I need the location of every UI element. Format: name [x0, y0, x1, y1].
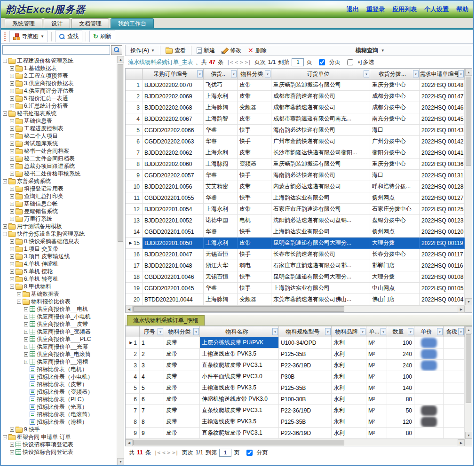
expand-icon[interactable]: + — [10, 66, 14, 71]
tree-item[interactable]: -框架合同 申请单 订单 — [2, 433, 117, 441]
scrollbar-track[interactable] — [465, 333, 472, 432]
tree-item[interactable]: +快设招标事项登记表 — [2, 441, 117, 448]
table-row[interactable]: 44皮带小件平面线皮带 PVC3.0P30B永利M²100 — [126, 371, 465, 382]
column-filter-dropdown-icon[interactable]: ▼ — [458, 71, 464, 78]
scrollbar-thumb[interactable] — [466, 334, 471, 403]
expand-icon[interactable]: + — [10, 209, 14, 214]
tree-item[interactable]: 招标比价表（变频器） — [2, 388, 117, 396]
tree-item[interactable]: +1.基础数据表 — [2, 64, 117, 72]
link-logout[interactable]: 退出 — [347, 5, 359, 14]
tree-item[interactable]: +供应商报价单_电滚筒 — [2, 350, 117, 358]
tree-item[interactable]: +2.工程立项预算表 — [2, 72, 117, 79]
tree-item[interactable]: +查询汇总打印类 — [2, 192, 117, 200]
column-header[interactable]: 序号▼ — [140, 326, 164, 337]
scroll-up-icon[interactable]: ▲ — [465, 326, 472, 333]
expand-icon[interactable]: + — [10, 450, 14, 454]
column-filter-dropdown-icon[interactable]: ▼ — [381, 328, 386, 335]
column-header[interactable]: 数量▼ — [387, 326, 414, 337]
column-header[interactable]: 订货单位▼ — [271, 69, 370, 79]
table-row[interactable]: 11CGDD202201.0055华睿快手上海韵达实业有限公司扬州网点2022H… — [126, 192, 465, 204]
scroll-left-icon[interactable]: ◀ — [126, 439, 133, 446]
tree-item[interactable]: +万里行系统 — [2, 215, 117, 222]
table-row[interactable]: 18CGDD202201.0046无锡百恒快手昆明金韵速递有限公司大理分...大… — [126, 271, 465, 283]
scroll-left-icon[interactable]: ◀ — [126, 306, 133, 313]
scroll-down-icon[interactable]: ▼ — [465, 298, 472, 305]
scrollbar-thumb[interactable] — [466, 77, 471, 166]
tree-item[interactable]: +5.报价汇总一表通 — [2, 95, 117, 102]
expand-icon[interactable]: + — [10, 127, 14, 131]
table-row[interactable]: 66皮带伸缩机输送线皮带 PVK3.0P100-30B永利M²80 — [126, 394, 465, 405]
tree-item[interactable]: +基础信息台帐 — [2, 200, 117, 207]
table-row[interactable]: ▶11皮带上层分拣线皮带 PU/PVKU100-34/OPD永利M²100 — [126, 337, 465, 349]
column-filter-dropdown-icon[interactable]: ▼ — [265, 71, 270, 78]
tree-item[interactable]: +6.汇总统计分析表 — [2, 102, 117, 110]
table-row[interactable]: 12BJDD202201.0054上海永利皮带石家庄市庄韵速递有限公司石家庄分拨… — [126, 204, 465, 215]
tree-item[interactable]: +用于测试备用模板 — [2, 222, 117, 230]
tree-item[interactable]: 招标比价表（小电机） — [2, 373, 117, 381]
column-filter-dropdown-icon[interactable]: ▼ — [197, 71, 203, 78]
expand-icon[interactable]: + — [10, 149, 14, 153]
scrollbar-track[interactable] — [133, 306, 458, 312]
tree-item[interactable]: +供应商报价单_变频器 — [2, 328, 117, 335]
scrollbar-track[interactable] — [465, 76, 472, 298]
collapse-icon[interactable]: - — [3, 111, 7, 116]
expand-icon[interactable]: + — [24, 337, 28, 341]
pager-last-button[interactable]: >| — [172, 450, 178, 456]
scroll-up-icon[interactable]: ▲ — [117, 56, 124, 63]
table-row[interactable]: 10BJDD202201.0056艾艾精密皮带内蒙古韵必达速递有限公司呼和浩特分… — [126, 181, 465, 192]
column-header[interactable]: 物料分类▼ — [164, 326, 200, 337]
modify-button[interactable]: 修改 — [219, 46, 244, 56]
navigation-map-button[interactable]: 导航图 ▼ — [9, 31, 48, 42]
new-button[interactable]: 新建 — [194, 46, 218, 56]
multi-select-checkbox[interactable] — [347, 59, 353, 65]
table-row[interactable]: 19CGDD202201.0045华睿快手上海韵达实业有限公司中山网点2022H… — [126, 283, 465, 294]
tree-item[interactable]: -秘书处报表系统 — [2, 110, 117, 117]
table-row[interactable]: 7BJDD202202.0062上海永利皮带长沙市韵隆达快递有限公司衡阳...衡… — [126, 147, 465, 159]
detail-table-vscrollbar[interactable]: ▲ ▼ — [465, 326, 472, 439]
expand-icon[interactable]: + — [10, 202, 14, 206]
expand-icon[interactable]: + — [10, 74, 14, 78]
tree-item[interactable]: +基础数据表 — [2, 290, 117, 298]
tree-item[interactable]: 招标比价表（PLC） — [2, 396, 117, 403]
expand-icon[interactable]: + — [24, 352, 28, 357]
scroll-down-icon[interactable]: ▼ — [465, 432, 472, 439]
table-row[interactable]: 9CGDD202202.0057华睿快手海南韵必达快递有限公司海口2022HSQ… — [126, 170, 465, 181]
tree-item[interactable]: +快设招标合同登记表 — [2, 448, 117, 456]
column-header[interactable]: 物料规格型号▼ — [279, 326, 332, 337]
column-header[interactable]: 单价▼ — [414, 326, 444, 337]
tree-item[interactable]: 招标比价表（皮带） — [2, 381, 117, 388]
collapse-icon[interactable]: - — [3, 435, 7, 439]
scroll-up-icon[interactable]: ▲ — [465, 69, 472, 76]
column-header[interactable]: 需求申请单编号▼ — [420, 69, 465, 79]
tree-item[interactable]: +工程进度控制表 — [2, 125, 117, 132]
column-header[interactable]: 物料分类▼ — [238, 69, 271, 79]
column-filter-dropdown-icon[interactable]: ▼ — [458, 328, 464, 335]
tree-item[interactable]: -物料报价比价表 — [2, 298, 117, 305]
scrollbar-track[interactable] — [117, 63, 124, 458]
tree-item[interactable]: -8.甲供物料 — [2, 283, 117, 290]
table-row[interactable]: 8BJDD202202.0060上海脉阔变频器重庆畅韵装卸搬运有限公司重庆分拨中… — [126, 159, 465, 170]
scrollbar-track[interactable] — [133, 439, 458, 446]
operation-menu-button[interactable]: 操作(A) ▼ — [127, 46, 158, 56]
detail-paging-checkbox[interactable] — [246, 450, 253, 456]
expand-icon[interactable]: + — [10, 194, 14, 198]
column-header[interactable]: 物料名称▼ — [200, 326, 279, 337]
table-row[interactable]: 55皮带主输送线皮带 PVK3.5P125-35B永利M²140 — [126, 382, 465, 394]
expand-icon[interactable]: + — [10, 443, 14, 447]
expand-icon[interactable]: + — [10, 119, 14, 123]
column-filter-dropdown-icon[interactable]: ▼ — [408, 328, 413, 335]
tree-item[interactable]: +9.快手 — [2, 426, 117, 433]
expand-icon[interactable]: + — [17, 292, 21, 296]
tab-my-workbench[interactable]: 我的工作台 — [111, 18, 154, 28]
pager-first-button[interactable]: |< — [227, 59, 233, 65]
column-filter-dropdown-icon[interactable]: ▼ — [272, 328, 278, 335]
goto-page-input[interactable] — [219, 449, 231, 457]
table-row[interactable]: 3BJDD202202.0068上海脉阔变频器成都市蓉韵速递有限公司成都分拨中心… — [126, 102, 465, 113]
table-row[interactable]: 6CGDD202202.0063华睿快手广州市金韵快递有限公司广州分拨中心202… — [126, 136, 465, 147]
link-relogin[interactable]: 重登录 — [366, 5, 385, 14]
tree-item[interactable]: +秘书一处合同档案 — [2, 147, 117, 155]
table-row[interactable]: 4BJDD202202.0067上海韵智皮带成都市蓉韵速递有限公司南充...南充… — [126, 113, 465, 125]
expand-icon[interactable]: + — [3, 224, 7, 229]
tree-item[interactable]: +秘二个人项目 — [2, 132, 117, 140]
expand-icon[interactable]: + — [24, 345, 28, 349]
